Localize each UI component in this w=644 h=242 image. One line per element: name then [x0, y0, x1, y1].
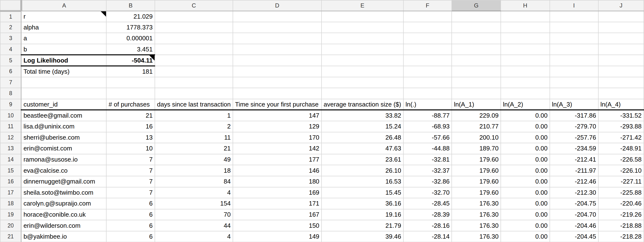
cell-A8[interactable]: [21, 88, 106, 99]
cell-C3[interactable]: [155, 33, 233, 44]
cell-I20[interactable]: -204.46: [550, 220, 598, 231]
cell-F2[interactable]: [404, 22, 452, 33]
cell-B1[interactable]: 21.029: [106, 11, 155, 22]
cell-G12[interactable]: 200.10: [452, 132, 501, 143]
cell-A21[interactable]: b@yakimbee.io: [21, 231, 106, 242]
cell-B18[interactable]: 6: [106, 198, 155, 209]
cell-E11[interactable]: 15.24: [322, 121, 404, 132]
cell-I21[interactable]: -204.45: [550, 231, 598, 242]
row-header-9[interactable]: 9: [0, 99, 21, 110]
cell-E15[interactable]: 26.10: [322, 165, 404, 176]
cell-H13[interactable]: 0.00: [501, 143, 550, 154]
cell-I10[interactable]: -317.86: [550, 110, 598, 121]
cell-H9[interactable]: ln(A_2): [501, 99, 550, 110]
cell-H20[interactable]: 0.00: [501, 220, 550, 231]
cell-I18[interactable]: -204.75: [550, 198, 598, 209]
cell-F4[interactable]: [404, 44, 452, 55]
row-header-17[interactable]: 17: [0, 187, 21, 198]
cell-H5[interactable]: [501, 55, 550, 66]
cell-G9[interactable]: ln(A_1): [452, 99, 501, 110]
cell-F10[interactable]: -88.77: [404, 110, 452, 121]
cell-E8[interactable]: [322, 88, 404, 99]
cell-C7[interactable]: [155, 77, 233, 88]
cell-C16[interactable]: 84: [155, 176, 233, 187]
cell-A12[interactable]: sherri@uberise.com: [21, 132, 106, 143]
cell-G19[interactable]: 176.30: [452, 209, 501, 220]
cell-E13[interactable]: 47.63: [322, 143, 404, 154]
cell-G5[interactable]: [452, 55, 501, 66]
cell-A6[interactable]: Total time (days): [21, 66, 106, 77]
cell-C9[interactable]: days since last transaction: [155, 99, 233, 110]
select-all-corner[interactable]: [0, 0, 21, 11]
cell-F14[interactable]: -32.81: [404, 154, 452, 165]
cell-B6[interactable]: 181: [106, 66, 155, 77]
cell-F18[interactable]: -28.45: [404, 198, 452, 209]
cell-A18[interactable]: carolyn.g@supraijo.com: [21, 198, 106, 209]
cell-J4[interactable]: [598, 44, 644, 55]
cell-F5[interactable]: [404, 55, 452, 66]
cell-E9[interactable]: average transaction size ($): [322, 99, 404, 110]
cell-A17[interactable]: sheila.soto@twimbo.com: [21, 187, 106, 198]
cell-D14[interactable]: 177: [233, 154, 322, 165]
row-header-6[interactable]: 6: [0, 66, 21, 77]
cell-H1[interactable]: [501, 11, 550, 22]
cell-C5[interactable]: [155, 55, 233, 66]
cell-B7[interactable]: [106, 77, 155, 88]
cell-B19[interactable]: 6: [106, 209, 155, 220]
cell-A5[interactable]: Log Likelihood: [21, 55, 106, 66]
cell-J2[interactable]: [598, 22, 644, 33]
cell-C19[interactable]: 70: [155, 209, 233, 220]
row-header-16[interactable]: 16: [0, 176, 21, 187]
cell-G7[interactable]: [452, 77, 501, 88]
cell-D3[interactable]: [233, 33, 322, 44]
cell-I3[interactable]: [550, 33, 598, 44]
row-header-3[interactable]: 3: [0, 33, 21, 44]
cell-B16[interactable]: 7: [106, 176, 155, 187]
cell-D13[interactable]: 142: [233, 143, 322, 154]
cell-C15[interactable]: 18: [155, 165, 233, 176]
cell-G15[interactable]: 179.60: [452, 165, 501, 176]
cell-I5[interactable]: [550, 55, 598, 66]
cell-H2[interactable]: [501, 22, 550, 33]
cell-A16[interactable]: dinnernugget@gmail.com: [21, 176, 106, 187]
cell-F13[interactable]: -44.88: [404, 143, 452, 154]
cell-I2[interactable]: [550, 22, 598, 33]
row-header-19[interactable]: 19: [0, 209, 21, 220]
cell-B13[interactable]: 10: [106, 143, 155, 154]
cell-A15[interactable]: eva@calcise.co: [21, 165, 106, 176]
cell-D1[interactable]: [233, 11, 322, 22]
cell-J6[interactable]: [598, 66, 644, 77]
cell-H17[interactable]: 0.00: [501, 187, 550, 198]
cell-C14[interactable]: 49: [155, 154, 233, 165]
cell-G14[interactable]: 179.60: [452, 154, 501, 165]
cell-J10[interactable]: -331.52: [598, 110, 644, 121]
cell-I12[interactable]: -257.76: [550, 132, 598, 143]
cell-B11[interactable]: 16: [106, 121, 155, 132]
cell-B14[interactable]: 7: [106, 154, 155, 165]
cell-E1[interactable]: [322, 11, 404, 22]
column-header-H[interactable]: H: [501, 0, 550, 11]
cell-D18[interactable]: 171: [233, 198, 322, 209]
cell-J13[interactable]: -248.91: [598, 143, 644, 154]
cell-J16[interactable]: -227.11: [598, 176, 644, 187]
cell-J1[interactable]: [598, 11, 644, 22]
column-header-C[interactable]: C: [155, 0, 233, 11]
cell-C11[interactable]: 2: [155, 121, 233, 132]
cell-F19[interactable]: -28.39: [404, 209, 452, 220]
cell-E21[interactable]: 39.46: [322, 231, 404, 242]
cell-J20[interactable]: -218.88: [598, 220, 644, 231]
cell-C2[interactable]: [155, 22, 233, 33]
cell-J21[interactable]: -218.28: [598, 231, 644, 242]
cell-A10[interactable]: beastlee@gmail.com: [21, 110, 106, 121]
cell-G6[interactable]: [452, 66, 501, 77]
cell-D11[interactable]: 129: [233, 121, 322, 132]
cell-H14[interactable]: 0.00: [501, 154, 550, 165]
cell-A14[interactable]: ramona@susose.io: [21, 154, 106, 165]
row-header-12[interactable]: 12: [0, 132, 21, 143]
cell-D6[interactable]: [233, 66, 322, 77]
cell-C18[interactable]: 154: [155, 198, 233, 209]
cell-I4[interactable]: [550, 44, 598, 55]
cell-G2[interactable]: [452, 22, 501, 33]
cell-G11[interactable]: 210.77: [452, 121, 501, 132]
cell-D2[interactable]: [233, 22, 322, 33]
